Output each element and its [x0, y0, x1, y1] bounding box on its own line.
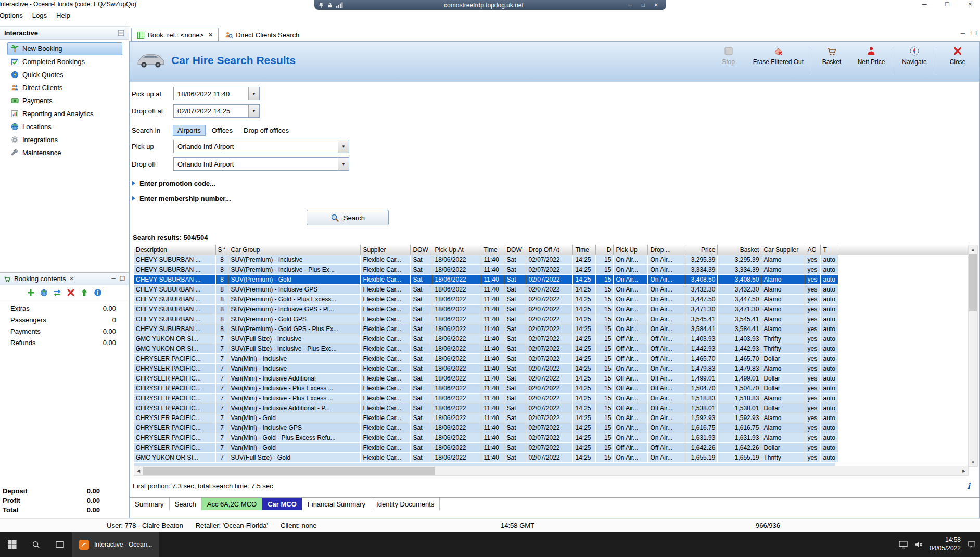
collapse-panel-icon[interactable] — [118, 30, 124, 36]
column-header-supplier[interactable]: Supplier — [361, 245, 411, 255]
membership-number-expander[interactable]: Enter membership number... — [132, 193, 979, 204]
search-in-option-airports[interactable]: Airports — [173, 125, 205, 135]
window-close-icon[interactable]: × — [965, 0, 975, 8]
bottom-tab-search[interactable]: Search — [170, 498, 202, 510]
promotion-code-expander[interactable]: Enter promotion code... — [132, 178, 979, 188]
sidebar-item-payments[interactable]: Payments — [7, 94, 122, 107]
sidebar-item-completed-bookings[interactable]: Completed Bookings — [7, 55, 122, 68]
pick-up-select[interactable]: Orlando Intl Airport ▼ — [173, 140, 349, 153]
panel-minimize-icon[interactable]: ─ — [961, 30, 965, 37]
rdp-restore-icon[interactable]: □ — [638, 1, 649, 9]
column-header-time[interactable]: Time — [573, 245, 596, 255]
result-row[interactable]: CHRYSLER PACIFIC...7Van(Mini) - Gold - P… — [134, 433, 838, 443]
scroll-up-icon[interactable]: ▲ — [969, 245, 977, 254]
sidebar-item-integrations[interactable]: Integrations — [7, 133, 122, 146]
result-row[interactable]: CHRYSLER PACIFIC...7Van(Mini) - Inclusiv… — [134, 423, 838, 433]
transfer-button[interactable] — [53, 288, 61, 297]
column-header-d[interactable]: D — [596, 245, 614, 255]
rdp-minimize-icon[interactable]: ─ — [625, 1, 636, 9]
bottom-tab-summary[interactable]: Summary — [130, 498, 170, 510]
basket-button[interactable]: Basket — [812, 44, 851, 67]
chevron-down-icon[interactable]: ▼ — [248, 105, 259, 117]
task-view-button[interactable] — [48, 532, 72, 557]
menu-item-help[interactable]: Help — [52, 11, 75, 19]
rdp-close-icon[interactable]: ✕ — [651, 1, 662, 9]
notification-center-icon[interactable] — [968, 541, 976, 548]
chevron-down-icon[interactable]: ▼ — [338, 158, 349, 170]
result-row[interactable]: CHRYSLER PACIFIC...7Van(Mini) - Inclusiv… — [134, 374, 838, 384]
info-icon[interactable]: i — [967, 481, 970, 491]
taskbar-app-button[interactable]: Interactive - Ocean... — [72, 532, 159, 557]
column-header-drop[interactable]: Drop ... — [648, 245, 685, 255]
bottom-tab-identity-documents[interactable]: Identity Documents — [371, 498, 440, 510]
column-header-description[interactable]: Description — [134, 245, 215, 255]
column-header-time[interactable]: Time — [481, 245, 504, 255]
column-header-dow[interactable]: DOW — [504, 245, 526, 255]
drop-off-select[interactable]: Orlando Intl Airport ▼ — [173, 157, 349, 171]
result-row[interactable]: CHRYSLER PACIFIC...7Van(Mini) - GoldFlex… — [134, 443, 838, 453]
result-row[interactable]: CHRYSLER PACIFIC...7Van(Mini) - Inclusiv… — [134, 384, 838, 394]
column-header-t[interactable]: T — [821, 245, 838, 255]
bottom-tab-acc-6a-2c-mco[interactable]: Acc 6A,2C MCO — [202, 498, 262, 510]
result-row[interactable]: CHRYSLER PACIFIC...7Van(Mini) - Inclusiv… — [134, 364, 838, 374]
column-header-s[interactable]: S▲ — [215, 245, 228, 255]
search-button[interactable]: Search — [307, 210, 389, 225]
result-row[interactable]: CHEVY SUBURBAN ...8SUV(Premium) - Gold G… — [134, 314, 838, 324]
result-row[interactable]: CHRYSLER PACIFIC...7Van(Mini) - GoldFlex… — [134, 413, 838, 423]
chevron-down-icon[interactable]: ▼ — [248, 87, 259, 100]
result-row[interactable]: CHEVY SUBURBAN ...8SUV(Premium) - Inclus… — [134, 265, 838, 275]
result-row[interactable]: CHEVY SUBURBAN ...8SUV(Premium) - Inclus… — [134, 285, 838, 295]
stop-button[interactable]: Stop — [709, 44, 748, 67]
result-row[interactable]: CHRYSLER PACIFIC...7Van(Mini) - Inclusiv… — [134, 354, 838, 364]
bottom-tab-car-mco[interactable]: Car MCO — [262, 498, 302, 510]
sidebar-item-locations[interactable]: Locations — [7, 120, 122, 133]
info-button[interactable] — [94, 288, 102, 297]
pin-icon[interactable] — [319, 2, 324, 8]
scroll-left-icon[interactable]: ◀ — [134, 466, 143, 475]
sidebar-item-reporting-and-analytics[interactable]: Reporting and Analytics — [7, 107, 122, 120]
drop-off-at-input[interactable]: 02/07/2022 14:25 ▼ — [173, 104, 260, 118]
result-row[interactable]: GMC YUKON OR SI...7SUV(Full Size) - Incl… — [134, 334, 838, 344]
pick-up-at-input[interactable]: 18/06/2022 11:40 ▼ — [173, 87, 260, 100]
scroll-down-icon[interactable]: ▼ — [969, 458, 977, 466]
sidebar-item-quick-quotes[interactable]: Quick Quotes — [7, 68, 122, 81]
column-header-price[interactable]: Price — [685, 245, 718, 255]
nett-price-button[interactable]: Nett Price — [851, 44, 891, 67]
navigate-button[interactable]: Navigate — [895, 44, 934, 67]
column-header-drop-off-at[interactable]: Drop Off At — [526, 245, 573, 255]
sidebar-item-maintenance[interactable]: Maintenance — [7, 146, 122, 159]
upload-button[interactable] — [80, 288, 88, 297]
start-button[interactable] — [0, 532, 24, 557]
tab-booking-ref[interactable]: Book. ref.: <none> ✕ — [131, 28, 219, 42]
column-header-car-supplier[interactable]: Car Supplier — [761, 245, 805, 255]
bottom-tab-financial-summary[interactable]: Financial Summary — [302, 498, 371, 510]
menu-item-options[interactable]: Options — [0, 11, 28, 19]
column-header-ac[interactable]: AC — [805, 245, 821, 255]
column-header-pick-up[interactable]: Pick Up — [614, 245, 648, 255]
erase-filtered-out-button[interactable]: Erase Filtered Out — [748, 44, 808, 67]
search-in-option-offices[interactable]: Offices — [208, 125, 237, 135]
search-in-option-drop-off-offices[interactable]: Drop off offices — [239, 125, 293, 135]
panel-maximize-icon[interactable]: ❒ — [971, 30, 977, 37]
result-row[interactable]: GMC YUKON OR SI...7SUV(Full Size) - Incl… — [134, 344, 838, 354]
tab-close-icon[interactable]: ✕ — [208, 32, 213, 39]
result-row[interactable]: CHEVY SUBURBAN ...8SUV(Premium) - Inclus… — [134, 255, 838, 265]
tab-direct-clients-search[interactable]: Direct Clients Search — [220, 28, 304, 42]
taskbar-clock[interactable]: 14:58 04/05/2022 — [930, 536, 961, 552]
result-row[interactable]: CHRYSLER PACIFIC...7Van(Mini) - Inclusiv… — [134, 403, 838, 413]
result-row[interactable]: GMC YUKON OR SI...7SUV(Full Size) - Gold… — [134, 453, 838, 463]
result-row[interactable]: CHRYSLER PACIFIC...7Van(Mini) - Inclusiv… — [134, 394, 838, 403]
volume-icon[interactable] — [914, 541, 923, 548]
column-header-dow[interactable]: DOW — [411, 245, 432, 255]
taskbar-search-button[interactable] — [24, 532, 48, 557]
sidebar-item-direct-clients[interactable]: Direct Clients — [7, 81, 122, 94]
sidebar-item-new-booking[interactable]: New Booking — [7, 42, 122, 55]
horizontal-scrollbar[interactable]: ◀ ▶ — [134, 466, 969, 476]
delete-button[interactable] — [67, 288, 75, 297]
result-row[interactable]: CHEVY SUBURBAN ...8SUV(Premium) - Gold G… — [134, 324, 838, 334]
window-minimize-icon[interactable]: ─ — [920, 0, 929, 8]
booking-panel-minimize-icon[interactable]: ─ — [111, 275, 116, 282]
result-row[interactable]: CHEVY SUBURBAN ...8SUV(Premium) - Inclus… — [134, 305, 838, 314]
column-header-basket[interactable]: Basket — [718, 245, 761, 255]
globe-button[interactable] — [40, 289, 48, 297]
